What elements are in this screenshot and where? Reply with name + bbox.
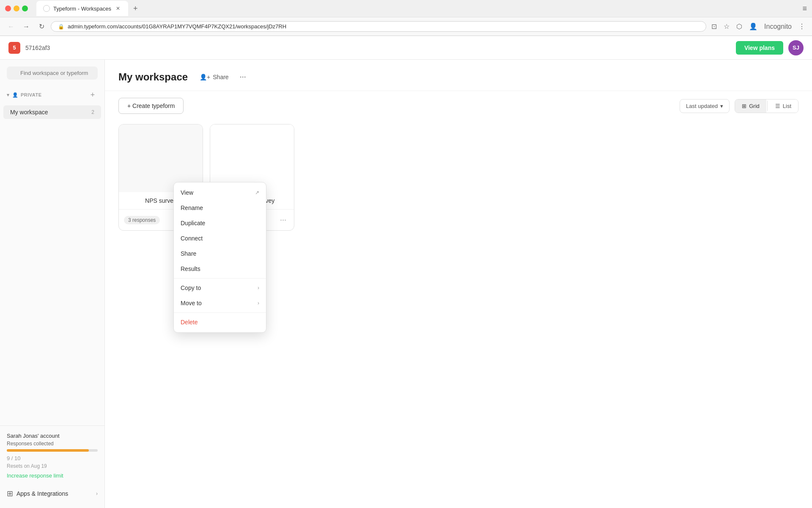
sidebar-section-title: ▾ 👤 PRIVATE [7,92,42,98]
sidebar-private-section: ▾ 👤 PRIVATE + [0,86,104,105]
sort-dropdown[interactable]: Last updated ▾ [680,99,730,113]
sidebar-search-area: 🔍 [0,60,104,86]
responses-separator: / [11,455,14,461]
account-name: Sarah Jonas' account [7,433,98,439]
list-label: List [783,103,791,109]
browser-menu-btn[interactable]: ⋮ [797,21,807,32]
context-menu-duplicate[interactable]: Duplicate [174,215,266,231]
apps-chevron-icon: › [96,491,98,497]
view-plans-btn[interactable]: View plans [736,41,783,55]
workspace-more-btn[interactable]: ··· [237,70,249,84]
section-private-label: PRIVATE [21,92,42,97]
sidebar-bottom: Sarah Jonas' account Responses collected… [0,425,104,508]
form-card-nps-responses: 3 responses [124,216,160,224]
account-name-prefix: Sarah Jonas' [7,433,38,439]
profile-btn[interactable]: 👤 [747,21,759,32]
grid-view-btn[interactable]: ⊞ Grid [735,99,766,113]
tab-close-btn[interactable]: ✕ [115,5,121,12]
address-bar[interactable]: 🔒 admin.typeform.com/accounts/01G8AYRAP1… [51,21,706,32]
workspace-share-btn[interactable]: 👤+ Share [195,71,234,83]
tab-bar: Typeform - Workspaces ✕ + [31,1,146,16]
url-text: admin.typeform.com/accounts/01G8AYRAP1MY… [68,23,286,30]
sidebar-search-wrap: 🔍 [7,66,98,80]
apps-integrations-item[interactable]: ⊞ Apps & Integrations › [7,486,98,502]
increase-response-link[interactable]: Increase response limit [7,472,98,479]
browser-addressbar: ← → ↻ 🔒 admin.typeform.com/accounts/01G8… [0,17,812,36]
context-menu-move-to[interactable]: Move to › [174,295,266,311]
account-name-suffix: account [40,433,60,439]
progress-bar-fill [7,449,89,452]
context-menu-connect[interactable]: Connect [174,231,266,246]
responses-current: 9 [7,455,10,461]
apps-label: Apps & Integrations [16,490,93,497]
traffic-light-green[interactable] [22,6,28,11]
view-toggle-divider [767,101,768,111]
list-view-btn[interactable]: ☰ List [768,99,798,113]
context-menu-view-label: View [181,189,193,196]
share-person-icon: 👤+ [200,74,210,80]
context-menu-copy-to-label: Copy to [181,284,201,291]
tab-favicon [43,5,50,12]
content-header: My workspace 👤+ Share ··· [105,60,812,91]
context-menu-divider-1 [174,278,266,279]
context-menu-share[interactable]: Share [174,246,266,261]
view-toggle: ⊞ Grid ☰ List [735,99,798,113]
list-icon: ☰ [775,103,780,109]
context-menu-rename-label: Rename [181,204,203,211]
context-menu-copy-to[interactable]: Copy to › [174,280,266,295]
incognito-label: Incognito [763,21,793,32]
context-menu-move-to-label: Move to [181,300,202,306]
workspace-title: My workspace [118,71,188,83]
browser-actions: ⊡ ☆ ⬡ 👤 Incognito ⋮ [710,21,807,32]
toolbar-right: Last updated ▾ ⊞ Grid ☰ List [680,99,798,113]
new-tab-btn[interactable]: + [130,3,141,15]
main-layout: 🔍 ▾ 👤 PRIVATE + My workspace 2 Sarah Jon… [0,60,812,508]
tab-title: Typeform - Workspaces [53,6,111,12]
context-menu-rename[interactable]: Rename [174,200,266,215]
context-menu-delete-label: Delete [181,319,198,326]
app-logo-badge[interactable]: 5 [8,42,20,54]
form-card-feedback-menu-btn[interactable]: ··· [277,215,289,225]
context-menu-view[interactable]: View ↗ [174,185,266,200]
account-info: Sarah Jonas' account Responses collected… [7,433,98,479]
responses-count: 9 / 10 [7,455,98,461]
bookmark-btn[interactable]: ☆ [722,21,731,32]
browser-chrome: Typeform - Workspaces ✕ + ≡ ← → ↻ 🔒 admi… [0,0,812,36]
sidebar-workspace-count: 2 [91,109,94,115]
user-avatar[interactable]: SJ [788,40,804,55]
context-menu-delete[interactable]: Delete [174,315,266,330]
apps-icon: ⊞ [7,489,13,498]
grid-icon: ⊞ [742,103,746,109]
back-btn[interactable]: ← [5,21,17,33]
traffic-light-red[interactable] [5,6,11,11]
create-typeform-btn[interactable]: + Create typeform [118,98,184,114]
extensions-btn[interactable]: ⬡ [735,21,744,32]
sort-label: Last updated [686,103,718,109]
context-menu: View ↗ Rename Duplicate Connect Share Re… [173,182,266,333]
responses-label: Responses collected [7,441,98,447]
content-toolbar: + Create typeform Last updated ▾ ⊞ Grid … [105,91,812,121]
context-menu-share-label: Share [181,250,196,257]
context-menu-duplicate-label: Duplicate [181,220,205,226]
browser-nav-right[interactable]: ≡ [802,4,807,13]
context-menu-divider-2 [174,312,266,313]
copy-to-arrow-icon: › [258,285,259,291]
context-menu-results-label: Results [181,265,200,272]
search-input[interactable] [7,66,98,80]
refresh-btn[interactable]: ↻ [36,21,47,33]
sidebar-add-workspace-btn[interactable]: + [88,90,98,100]
share-label: Share [213,74,228,80]
section-toggle-icon[interactable]: ▾ [7,92,10,98]
sidebar-workspace-label: My workspace [10,109,91,116]
context-menu-results[interactable]: Results [174,261,266,276]
forward-btn[interactable]: → [20,21,32,33]
browser-titlebar: Typeform - Workspaces ✕ + ≡ [0,0,812,17]
cast-btn[interactable]: ⊡ [710,21,719,32]
traffic-light-yellow[interactable] [14,6,19,11]
sidebar-item-my-workspace[interactable]: My workspace 2 [3,105,101,119]
grid-label: Grid [749,103,760,109]
app-header: 5 57162af3 View plans SJ [0,36,812,60]
browser-tab-active[interactable]: Typeform - Workspaces ✕ [36,1,128,16]
content-header-actions: 👤+ Share ··· [195,70,249,84]
section-person-icon: 👤 [12,92,19,98]
